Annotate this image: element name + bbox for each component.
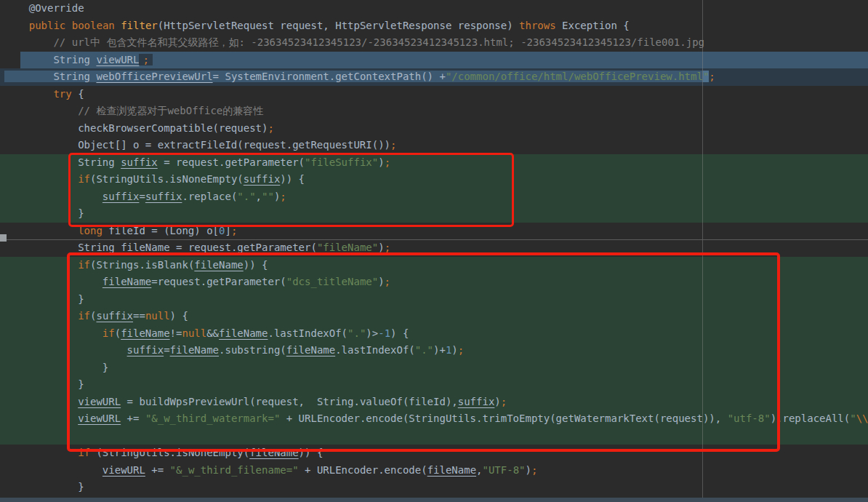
code-line[interactable]: viewURL += "&_w_third_filename=" + URLEn… [0, 462, 868, 479]
annotation-rectangle-2 [67, 252, 780, 452]
code-token: (HttpServletRequest request, HttpServlet… [158, 20, 519, 31]
code-token: "&_w_third_filename=" [170, 464, 299, 476]
code-token: ) [378, 242, 384, 253]
code-token: String [4, 71, 96, 82]
code-line[interactable]: try { [0, 86, 868, 103]
code-line[interactable]: } [0, 479, 868, 496]
code-token [4, 464, 103, 476]
code-token: ; [139, 54, 152, 65]
code-token [65, 20, 71, 31]
code-token: fileName [427, 464, 476, 476]
bottom-selection-strip [0, 498, 868, 502]
code-editor-window: @Override public boolean filter(HttpServ… [0, 0, 868, 502]
code-token: checkBrowserCompatible(request) [4, 122, 268, 134]
code-token [115, 20, 121, 31]
code-token: , [476, 464, 482, 476]
code-token: // url中 包含文件名和其父级路径，如: -2363452341234512… [4, 36, 704, 48]
code-token: viewURL [96, 54, 139, 65]
code-line[interactable]: // url中 包含文件名和其父级路径，如: -2363452341234512… [0, 34, 868, 52]
code-token: = request.getParameter( [170, 242, 317, 253]
code-token: fileName [121, 242, 169, 253]
code-token: "/common/office/html/webOfficePreview.ht… [446, 71, 703, 82]
annotation-rectangle-1 [68, 153, 514, 227]
code-token: throws [519, 20, 556, 31]
code-token: \\ [856, 413, 868, 424]
code-token: Exception { [556, 20, 630, 31]
code-token: filter [121, 20, 158, 31]
code-token: ; [531, 464, 537, 476]
code-token: { [72, 88, 84, 100]
code-token: ; [390, 139, 396, 151]
code-token: public [4, 20, 65, 31]
code-token: @Override [4, 2, 84, 14]
code-token: "UTF-8" [483, 464, 526, 476]
code-token: // 检查浏览器对于webOffice的兼容性 [4, 105, 263, 116]
code-token: ) [526, 464, 531, 476]
code-line[interactable]: Object[] o = extractFileId(request.getRe… [0, 137, 868, 154]
code-token: "fileName" [317, 242, 378, 253]
code-line[interactable]: // 检查浏览器对于webOffice的兼容性 [0, 103, 868, 120]
code-token: = SystemEnvironment.getContextPath() + [213, 71, 446, 82]
code-line[interactable]: @Override [0, 0, 868, 17]
change-separator-line [0, 239, 868, 240]
code-line[interactable]: public boolean filter(HttpServletRequest… [0, 17, 868, 35]
code-token: try [4, 88, 72, 100]
code-line[interactable]: String viewURL; [0, 52, 868, 69]
code-token: += [145, 464, 170, 476]
code-token: ; [385, 242, 390, 253]
code-token: ; [709, 71, 715, 82]
gutter-change-marker [0, 234, 7, 242]
code-token: + URLEncoder.encode( [299, 464, 427, 476]
code-token: String [4, 54, 96, 65]
code-line[interactable]: String webOfficePreviewUrl= SystemEnviro… [0, 68, 868, 86]
code-token: } [4, 481, 84, 493]
code-token: viewURL [103, 464, 145, 476]
code-token: ).replaceAll( [771, 413, 851, 424]
code-token: ; [268, 122, 273, 134]
code-token: " [850, 413, 856, 424]
code-token: boolean [72, 20, 115, 31]
code-token: String [4, 242, 121, 253]
code-line[interactable]: checkBrowserCompatible(request); [0, 120, 868, 138]
code-token: Object[] o = extractFileId(request.getRe… [4, 139, 390, 151]
code-token: webOfficePreviewUrl [96, 71, 212, 82]
